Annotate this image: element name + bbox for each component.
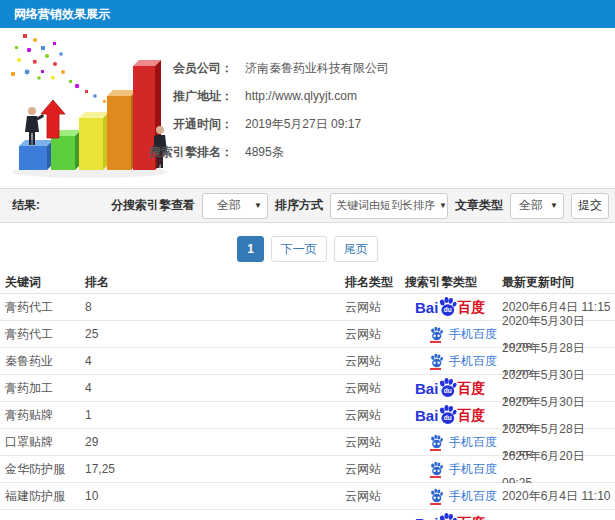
rank-type-cell: 云网站 <box>345 348 381 375</box>
article-type-value: 全部 <box>516 197 546 214</box>
table-header-row: 关键词 排名 排名类型 搜索引擎类型 最新更新时间 <box>0 272 615 294</box>
rank-link[interactable]: 25 <box>85 321 98 348</box>
table-row: 福建防护服 10 云网站 手机百度 <box>0 483 615 510</box>
baidu-bai-text: Bai <box>415 294 438 321</box>
updated-cell: 2020年6月4日 11:10 <box>502 483 611 510</box>
window-title: 网络营销效果展示 <box>0 0 615 28</box>
baidu-paw-icon: du <box>437 296 458 317</box>
baidu-mobile-paw-icon <box>429 461 444 478</box>
rank-link[interactable]: 4 <box>85 375 92 402</box>
baidu-mobile-text: 手机百度 <box>449 348 497 375</box>
baidu-mobile-logo: 手机百度 <box>429 483 497 510</box>
company-row: 会员公司： 济南秦鲁药业科技有限公司 <box>0 56 600 80</box>
baidu-mobile-paw-icon <box>429 434 444 451</box>
engine-cell: 手机百度 <box>405 456 497 483</box>
col-header-keyword: 关键词 <box>5 272 41 292</box>
baidu-mobile-text: 手机百度 <box>449 429 497 456</box>
article-type-select[interactable]: 全部 ▼ <box>510 193 564 219</box>
chevron-down-icon: ▼ <box>254 201 262 210</box>
baidu-bai-text: Bai <box>415 375 438 402</box>
baidu-pc-logo: Bai du 百度 <box>415 294 485 321</box>
baidu-pc-logo: Bai du 百度 <box>415 510 485 520</box>
submit-button[interactable]: 提交 <box>571 193 609 219</box>
results-table: 关键词 排名 排名类型 搜索引擎类型 最新更新时间 膏药代工 8 云网站 Bai… <box>0 272 615 520</box>
engine-cell: Bai du 百度 <box>405 375 485 402</box>
rank-type-cell: 云网站 <box>345 294 381 321</box>
baidu-mobile-text: 手机百度 <box>449 321 497 348</box>
table-body: 膏药代工 8 云网站 Bai du 百度 2020年6月4日 11:15 膏药代… <box>0 294 615 520</box>
baidu-paw-icon: du <box>437 512 458 520</box>
rank-type-cell: 云网站 <box>345 321 381 348</box>
pagination: 1 下一页 尾页 <box>0 236 615 262</box>
next-page-button[interactable]: 下一页 <box>271 236 327 262</box>
keyword-cell: 膏药贴牌 <box>5 402 53 429</box>
company-label: 会员公司： <box>100 56 233 80</box>
baidu-mobile-text: 手机百度 <box>449 483 497 510</box>
col-header-rank: 排名 <box>85 272 109 292</box>
keyword-cell: 秦鲁药业 <box>5 348 53 375</box>
company-link[interactable]: 济南秦鲁药业科技有限公司 <box>245 56 389 80</box>
promo-url-row: 推广地址： http://www.qlyyjt.com <box>0 84 600 108</box>
keyword-cell: 膏药代工 <box>5 294 53 321</box>
engine-cell: 手机百度 <box>405 321 497 348</box>
rank-type-cell: 云网站 <box>345 456 381 483</box>
col-header-rank-type: 排名类型 <box>345 272 393 292</box>
red-underline <box>430 368 441 370</box>
rank-link[interactable]: 4 <box>85 348 92 375</box>
page-button-current[interactable]: 1 <box>237 236 264 262</box>
rank-type-cell: 云网站 <box>345 402 381 429</box>
rank-link[interactable]: 10 <box>85 483 98 510</box>
baidu-bai-text: Bai <box>415 402 438 429</box>
promo-url-link[interactable]: http://www.qlyyjt.com <box>245 84 357 108</box>
baidu-pc-logo: Bai du 百度 <box>415 402 485 429</box>
keyword-cell: 金华防护服 <box>5 456 65 483</box>
open-time-label: 开通时间： <box>100 112 233 136</box>
baidu-mobile-logo: 手机百度 <box>429 456 497 483</box>
engine-filter-select[interactable]: 全部 ▼ <box>202 193 268 219</box>
col-header-updated: 最新更新时间 <box>502 272 574 292</box>
rank-link[interactable]: 29 <box>85 429 98 456</box>
engine-cell: 手机百度 <box>405 429 497 456</box>
rank-link[interactable]: 8 <box>85 294 92 321</box>
rank-type-cell: 云网站 <box>345 429 381 456</box>
baidu-paw-icon: du <box>437 404 458 425</box>
baidu-mobile-paw-icon <box>429 326 444 343</box>
engine-rank-count: 4895条 <box>245 140 284 164</box>
sort-value: 关键词由短到长排序 <box>336 198 435 213</box>
article-type-label: 文章类型 <box>455 197 503 214</box>
promo-url-label: 推广地址： <box>100 84 233 108</box>
baidu-bai-text: Bai <box>415 510 438 520</box>
engine-filter-value: 全部 <box>208 197 250 214</box>
baidu-mobile-logo: 手机百度 <box>429 321 497 348</box>
keyword-cell: 福建防护服 <box>5 483 65 510</box>
baidu-cn-text: 百度 <box>457 402 485 429</box>
rank-type-cell: 云网站 <box>345 375 381 402</box>
top-section: 会员公司： 济南秦鲁药业科技有限公司 推广地址： http://www.qlyy… <box>0 28 615 188</box>
baidu-mobile-logo: 手机百度 <box>429 348 497 375</box>
open-time-value: 2019年5月27日 09:17 <box>245 112 361 136</box>
last-page-button[interactable]: 尾页 <box>334 236 378 262</box>
open-time-row: 开通时间： 2019年5月27日 09:17 <box>0 112 600 136</box>
engine-cell: 手机百度 <box>405 348 497 375</box>
updated-cell: 2020年6月20日 09:25 <box>502 456 615 483</box>
page: 网络营销效果展示 <box>0 0 615 520</box>
engine-rank-row: 搜索引擎排名： 4895条 <box>0 140 600 164</box>
rank-link[interactable]: 17,25 <box>85 456 115 483</box>
baidu-mobile-text: 手机百度 <box>449 456 497 483</box>
rank-link[interactable]: 1 <box>85 402 92 429</box>
engine-cell: Bai du 百度 <box>405 402 485 429</box>
engine-cell: Bai du 百度 <box>405 510 485 520</box>
red-underline <box>430 449 441 451</box>
sort-select[interactable]: 关键词由短到长排序 ▼ <box>330 193 448 219</box>
baidu-mobile-paw-icon <box>429 488 444 505</box>
svg-text:du: du <box>444 306 452 313</box>
table-row: 金华防护服 17,25 云网站 手机百度 <box>0 456 615 483</box>
chevron-down-icon: ▼ <box>439 201 447 210</box>
keyword-cell: 口罩贴牌 <box>5 429 53 456</box>
baidu-paw-icon: du <box>437 377 458 398</box>
sort-label: 排序方式 <box>275 197 323 214</box>
svg-text:du: du <box>444 414 452 421</box>
keyword-cell: 膏药加工 <box>5 375 53 402</box>
chevron-down-icon: ▼ <box>550 201 558 210</box>
filter-bar: 结果: 分搜索引擎查看 全部 ▼ 排序方式 关键词由短到长排序 ▼ 文章类型 全… <box>0 188 615 223</box>
